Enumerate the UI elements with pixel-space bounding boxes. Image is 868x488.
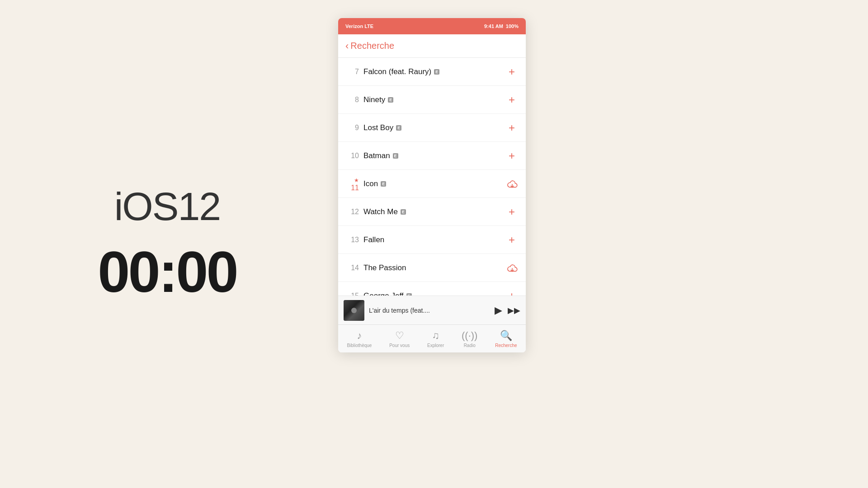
back-chevron-icon: ‹ <box>345 41 349 51</box>
song-title: George JeffE <box>363 291 505 296</box>
explicit-badge: E <box>381 181 386 187</box>
song-number: ★ 11 <box>345 176 359 192</box>
explicit-badge: E <box>396 125 401 131</box>
recherche-label: Recherche <box>495 343 517 348</box>
battery-text: 100% <box>506 23 519 29</box>
song-item: 7Falcon (feat. Raury)E+ <box>338 58 526 86</box>
song-item: 15George JeffE+ <box>338 282 526 296</box>
back-button[interactable]: ‹ Recherche <box>345 41 394 51</box>
radio-label: Radio <box>464 343 476 348</box>
song-list: 7Falcon (feat. Raury)E+8NinetyE+9Lost Bo… <box>338 58 526 296</box>
album-art-image <box>344 300 364 321</box>
tab-radio[interactable]: ((·)) Radio <box>458 328 481 350</box>
tab-pour-vous[interactable]: ♡ Pour vous <box>386 328 413 350</box>
fast-forward-button[interactable]: ▶▶ <box>508 305 520 315</box>
explicit-badge: E <box>434 69 439 75</box>
tab-bar: ♪ Bibliothèque ♡ Pour vous ♫ Explorer ((… <box>338 324 526 352</box>
song-number: 13 <box>345 236 359 244</box>
download-song-button[interactable] <box>506 263 519 273</box>
explorer-label: Explorer <box>427 343 444 348</box>
now-playing-title: L'air du temps (feat.... <box>369 307 490 314</box>
add-song-button[interactable]: + <box>505 286 519 296</box>
nav-title: Recherche <box>350 41 394 51</box>
now-playing-bar[interactable]: L'air du temps (feat.... ▶ ▶▶ <box>338 296 526 324</box>
song-title: IconE <box>363 179 506 188</box>
song-title: Falcon (feat. Raury)E <box>363 67 505 76</box>
left-section: iOS12 00:00 <box>0 0 335 488</box>
song-title: BatmanE <box>363 151 505 160</box>
song-title: Watch MeE <box>363 207 505 216</box>
song-number: 9 <box>345 124 359 132</box>
bibliotheque-icon: ♪ <box>357 330 362 342</box>
pour-vous-label: Pour vous <box>389 343 410 348</box>
song-title: The Passion <box>363 263 506 272</box>
add-song-button[interactable]: + <box>505 62 519 82</box>
recherche-icon: 🔍 <box>500 330 512 342</box>
status-right: 9:41 AM 100% <box>484 23 519 29</box>
song-number: 7 <box>345 68 359 76</box>
song-title: Fallen <box>363 235 505 244</box>
tab-recherche[interactable]: 🔍 Recherche <box>491 328 520 350</box>
explorer-icon: ♫ <box>432 330 439 342</box>
song-item: 9Lost BoyE+ <box>338 114 526 142</box>
pour-vous-icon: ♡ <box>395 330 404 342</box>
song-item: ★ 11IconE <box>338 170 526 198</box>
add-song-button[interactable]: + <box>505 90 519 110</box>
add-song-button[interactable]: + <box>505 230 519 250</box>
song-item: 8NinetyE+ <box>338 86 526 114</box>
time-text: 9:41 AM <box>484 23 503 29</box>
song-title: NinetyE <box>363 95 505 104</box>
album-art <box>344 300 364 321</box>
nav-bar: ‹ Recherche <box>338 34 526 58</box>
status-bar: Verizon LTE 9:41 AM 100% <box>338 18 526 34</box>
song-item: 10BatmanE+ <box>338 142 526 170</box>
explicit-badge: E <box>393 153 398 159</box>
song-number: 15 <box>345 292 359 296</box>
song-number: 8 <box>345 96 359 104</box>
radio-icon: ((·)) <box>462 330 477 342</box>
explicit-badge: E <box>401 209 406 215</box>
carrier-text: Verizon LTE <box>345 23 373 29</box>
play-button[interactable]: ▶ <box>495 305 502 316</box>
song-item: 12Watch MeE+ <box>338 198 526 226</box>
song-title: Lost BoyE <box>363 123 505 132</box>
tab-bibliotheque[interactable]: ♪ Bibliothèque <box>343 328 375 350</box>
phone-container: Verizon LTE 9:41 AM 100% ‹ Recherche 7Fa… <box>338 18 526 352</box>
add-song-button[interactable]: + <box>505 118 519 138</box>
bibliotheque-label: Bibliothèque <box>347 343 372 348</box>
ios-version-label: iOS12 <box>114 183 221 230</box>
add-song-button[interactable]: + <box>505 202 519 222</box>
play-controls: ▶ ▶▶ <box>495 305 520 316</box>
timer-display: 00:00 <box>98 239 236 305</box>
star-icon: ★ <box>354 177 359 183</box>
song-number: 14 <box>345 264 359 272</box>
explicit-badge: E <box>388 97 393 103</box>
tab-explorer[interactable]: ♫ Explorer <box>424 328 448 350</box>
song-item: 14The Passion <box>338 254 526 282</box>
explicit-badge: E <box>406 293 412 296</box>
song-number: 12 <box>345 208 359 216</box>
song-number: 10 <box>345 152 359 160</box>
add-song-button[interactable]: + <box>505 146 519 166</box>
song-item: 13Fallen+ <box>338 226 526 254</box>
download-song-button[interactable] <box>506 179 519 189</box>
